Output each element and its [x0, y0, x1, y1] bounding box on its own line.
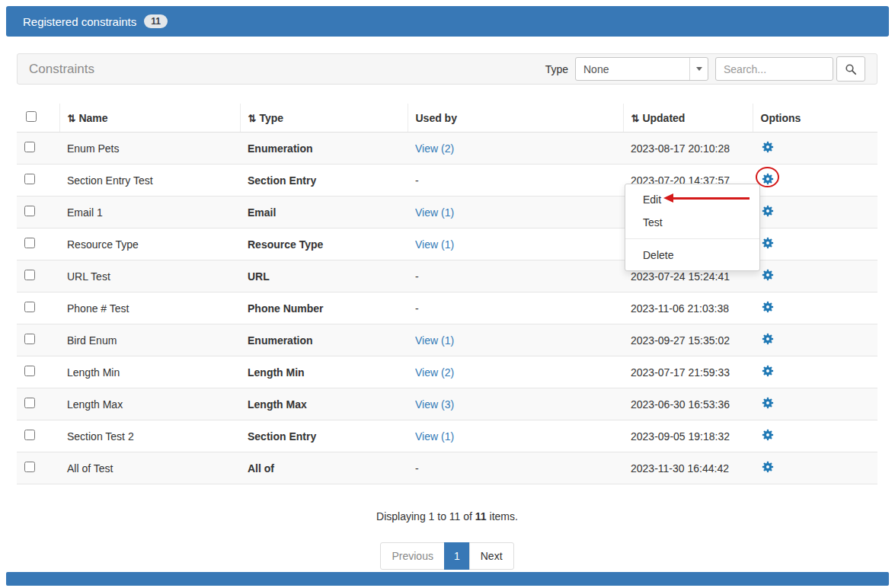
table-row: Section Test 2 Section Entry View (1) 20… [17, 420, 877, 452]
page-footer-bar [6, 572, 889, 586]
pagination-page-1[interactable]: 1 [444, 542, 470, 570]
table-row: Enum Pets Enumeration View (2) 2023-08-1… [17, 133, 877, 165]
constraint-name: Phone # Test [59, 292, 240, 324]
search-icon [845, 63, 857, 75]
column-header-options: Options [753, 104, 877, 133]
constraint-type: Section Entry [240, 165, 408, 197]
menu-divider [625, 238, 759, 239]
updated-timestamp: 2023-08-17 20:10:28 [623, 133, 753, 165]
updated-timestamp: 2023-09-05 19:18:32 [623, 420, 753, 452]
constraint-type: Resource Type [240, 228, 408, 260]
row-checkbox[interactable] [24, 174, 35, 184]
constraint-name: Length Max [59, 388, 240, 420]
type-filter-select[interactable]: None [575, 57, 708, 81]
row-options-button[interactable] [760, 173, 774, 185]
row-checkbox[interactable] [24, 142, 35, 152]
menu-item-edit[interactable]: Edit [625, 188, 759, 211]
row-options-button[interactable] [760, 333, 774, 345]
constraint-type: URL [240, 260, 408, 292]
row-options-button[interactable] [760, 205, 774, 217]
row-options-button[interactable] [760, 397, 774, 409]
row-checkbox[interactable] [24, 366, 35, 376]
row-checkbox[interactable] [24, 238, 35, 248]
search-input[interactable] [715, 57, 833, 81]
options-context-menu: Edit Test Delete [625, 184, 760, 271]
used-by-link[interactable]: View (1) [415, 206, 454, 219]
column-header-used-by: Used by [408, 104, 623, 133]
used-by-link[interactable]: View (2) [415, 142, 454, 155]
page-title: Registered constraints [23, 15, 136, 28]
sort-icon: ⇅ [631, 113, 639, 124]
row-options-button[interactable] [760, 141, 774, 153]
row-options-button[interactable] [760, 429, 774, 441]
constraints-toolbar: Constraints Type None [17, 53, 877, 85]
constraint-name: Section Test 2 [59, 420, 240, 452]
constraint-type: Email [240, 197, 408, 228]
updated-timestamp: 2023-11-06 21:03:38 [623, 292, 753, 324]
used-by-empty: - [415, 174, 419, 187]
column-header-name[interactable]: ⇅Name [59, 104, 240, 133]
gear-icon [762, 461, 774, 473]
panel-title: Constraints [29, 62, 94, 77]
constraints-table: ⇅Name ⇅Type Used by ⇅Updated Options [17, 104, 877, 484]
used-by-link[interactable]: View (2) [415, 366, 454, 379]
column-header-updated[interactable]: ⇅Updated [623, 104, 753, 133]
used-by-empty: - [415, 270, 419, 283]
used-by-empty: - [415, 462, 419, 475]
total-count: 11 [475, 510, 487, 522]
constraint-type: Enumeration [240, 133, 408, 165]
used-by-link[interactable]: View (1) [415, 238, 454, 251]
column-header-type[interactable]: ⇅Type [240, 104, 408, 133]
row-checkbox[interactable] [24, 206, 35, 216]
constraint-type: All of [240, 452, 408, 484]
updated-timestamp: 2023-09-27 15:35:02 [623, 324, 753, 356]
chevron-down-icon [696, 67, 702, 71]
sort-icon: ⇅ [68, 113, 75, 124]
used-by-link[interactable]: View (1) [415, 430, 454, 443]
row-checkbox[interactable] [24, 334, 35, 344]
toolbar-controls: Type None [545, 56, 865, 81]
constraint-name: URL Test [59, 260, 240, 292]
type-filter-value: None [583, 63, 609, 75]
row-checkbox[interactable] [24, 398, 35, 408]
sort-icon: ⇅ [248, 113, 256, 124]
gear-icon [762, 429, 774, 441]
constraint-type: Phone Number [240, 292, 408, 324]
gear-icon [762, 205, 774, 217]
page: Registered constraints 11 Constraints Ty… [0, 0, 895, 588]
constraint-type: Section Entry [240, 420, 408, 452]
menu-item-test[interactable]: Test [625, 211, 759, 234]
updated-timestamp: 2023-06-30 16:53:36 [623, 388, 753, 420]
type-filter-label: Type [545, 63, 568, 75]
used-by-empty: - [415, 302, 419, 315]
pagination-previous[interactable]: Previous [380, 542, 444, 570]
row-options-button[interactable] [760, 365, 774, 377]
used-by-link[interactable]: View (1) [415, 334, 454, 347]
page-header: Registered constraints 11 [6, 6, 889, 37]
gear-icon [762, 301, 774, 313]
table-row: Phone # Test Phone Number - 2023-11-06 2… [17, 292, 877, 324]
menu-item-delete[interactable]: Delete [625, 244, 759, 267]
table-row: Bird Enum Enumeration View (1) 2023-09-2… [17, 324, 877, 356]
row-options-button[interactable] [760, 269, 774, 281]
gear-icon [762, 141, 774, 153]
main-content: Constraints Type None [17, 53, 877, 570]
row-options-button[interactable] [760, 461, 774, 473]
updated-timestamp: 2023-07-17 21:59:33 [623, 356, 753, 388]
row-options-button[interactable] [760, 237, 774, 249]
row-checkbox[interactable] [24, 430, 35, 440]
gear-icon [762, 365, 774, 377]
constraint-name: Bird Enum [59, 324, 240, 356]
table-header-row: ⇅Name ⇅Type Used by ⇅Updated Options [17, 104, 877, 133]
pagination-next[interactable]: Next [469, 542, 514, 570]
search-group [715, 56, 865, 81]
row-options-button[interactable] [760, 301, 774, 313]
constraint-name: Email 1 [59, 197, 240, 228]
row-checkbox[interactable] [24, 302, 35, 312]
used-by-link[interactable]: View (3) [415, 398, 454, 411]
search-button[interactable] [836, 56, 865, 81]
row-checkbox[interactable] [24, 270, 35, 280]
row-checkbox[interactable] [24, 462, 35, 472]
select-all-checkbox[interactable] [26, 111, 37, 122]
gear-icon [762, 269, 774, 281]
